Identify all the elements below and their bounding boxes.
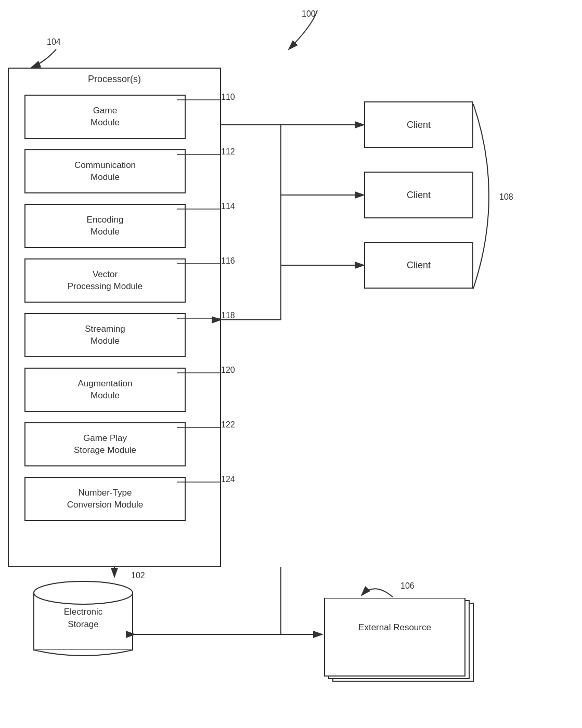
client-1-label: Client — [407, 120, 431, 131]
ref-118: 118 — [221, 311, 235, 320]
ref-102: 102 — [131, 571, 145, 580]
vector-module-label: VectorProcessing Module — [68, 269, 143, 292]
ref-104: 104 — [47, 37, 61, 47]
ref-120: 120 — [221, 366, 235, 375]
augmentation-module-box: AugmentationModule — [24, 368, 186, 412]
external-resource: External Resource — [322, 598, 484, 704]
gameplay-module-label: Game PlayStorage Module — [74, 433, 136, 456]
external-resource-label: External Resource — [325, 621, 465, 634]
client-2-label: Client — [407, 190, 431, 201]
gameplay-module-box: Game PlayStorage Module — [24, 422, 186, 466]
ref-112: 112 — [221, 147, 235, 157]
svg-rect-5 — [325, 598, 465, 676]
client-3-label: Client — [407, 260, 431, 271]
numbertype-module-box: Number-TypeConversion Module — [24, 477, 186, 521]
comm-module-label: CommunicationModule — [74, 160, 136, 183]
comm-module-box: CommunicationModule — [24, 149, 186, 193]
streaming-module-box: StreamingModule — [24, 313, 186, 357]
numbertype-module-label: Number-TypeConversion Module — [67, 487, 143, 510]
ref-124: 124 — [221, 475, 235, 484]
ref-110: 110 — [221, 93, 235, 102]
client-box-1: Client — [364, 101, 473, 148]
encoding-module-label: EncodingModule — [87, 214, 124, 237]
ref-122: 122 — [221, 420, 235, 430]
ref-106: 106 — [400, 581, 415, 591]
ref-116: 116 — [221, 256, 235, 266]
augmentation-module-label: AugmentationModule — [78, 378, 133, 401]
ref-100: 100 — [302, 9, 316, 19]
processor-box: Processor(s) GameModule CommunicationMod… — [8, 68, 221, 567]
diagram: 100 104 Processor(s) GameModule Communic… — [0, 0, 582, 728]
processor-label: Processor(s) — [9, 74, 220, 85]
client-box-3: Client — [364, 242, 473, 289]
storage-cylinder: ElectronicStorage — [31, 577, 135, 662]
streaming-module-label: StreamingModule — [85, 323, 125, 346]
storage-label: ElectronicStorage — [31, 606, 135, 631]
game-module-box: GameModule — [24, 95, 186, 139]
client-box-2: Client — [364, 172, 473, 218]
game-module-label: GameModule — [90, 105, 120, 128]
ref-108: 108 — [499, 192, 513, 202]
vector-module-box: VectorProcessing Module — [24, 258, 186, 303]
encoding-module-box: EncodingModule — [24, 204, 186, 248]
ref-114: 114 — [221, 202, 235, 211]
